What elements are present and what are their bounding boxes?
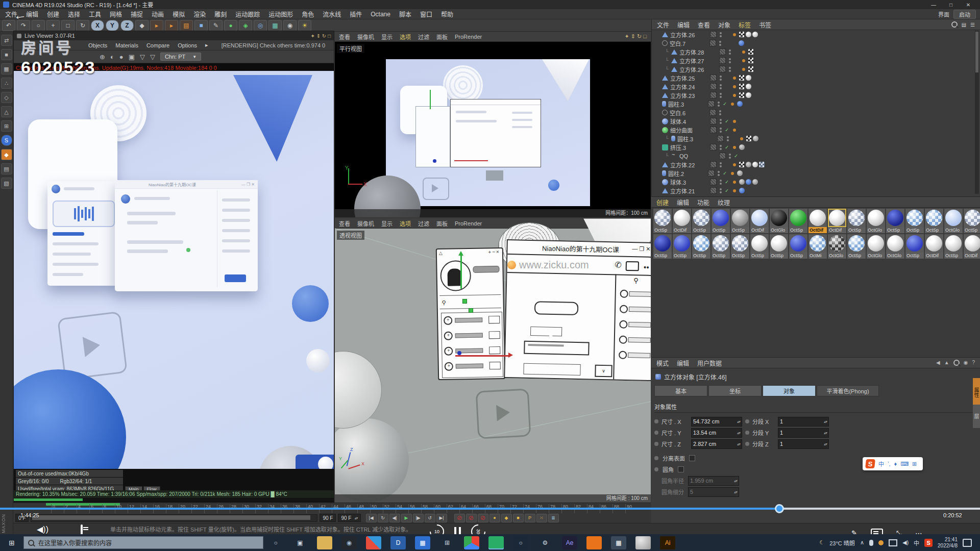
object-row[interactable]: 立方体.24 (652, 82, 980, 91)
move-tool-icon[interactable]: + (46, 20, 60, 31)
material-ball-icon[interactable] (906, 235, 923, 252)
menu-item[interactable]: 运动图形 (268, 10, 293, 18)
material-label[interactable]: OctSp (692, 227, 710, 233)
display-dot-icon[interactable] (733, 146, 736, 149)
visibility-dots-icon[interactable] (729, 58, 731, 63)
lv-menu-materials[interactable]: Materials (115, 42, 138, 48)
material-label[interactable]: OctGlo (828, 253, 846, 259)
lock-y-icon[interactable]: Y (106, 20, 119, 31)
checker-tag-icon[interactable] (746, 136, 752, 141)
material-ball-icon[interactable] (810, 235, 826, 252)
object-row[interactable]: └ 立方体.26 (652, 65, 980, 73)
material-label[interactable]: OctDif (750, 227, 769, 233)
vp-menu-options[interactable]: 选项 (400, 33, 411, 41)
layer-color-box[interactable] (717, 135, 724, 142)
object-name[interactable]: 立方体.25 (670, 74, 708, 82)
pen-spline-icon[interactable]: ✎ (209, 20, 223, 31)
object-name[interactable]: 球体.3 (670, 178, 708, 186)
layer-color-box[interactable] (710, 31, 717, 38)
material-item[interactable]: OctSp (905, 234, 924, 259)
white-tag-icon[interactable] (746, 92, 751, 98)
menu-item[interactable]: 工具 (89, 10, 101, 18)
material-item[interactable]: OctSp (731, 209, 749, 233)
vp-menu-panel[interactable]: 面板 (436, 33, 448, 41)
display-dot-icon[interactable] (742, 59, 745, 62)
object-name[interactable]: 空白.6 (670, 109, 707, 117)
material-label[interactable]: OctSp (673, 253, 691, 259)
object-row[interactable]: 立方体.21 ✓ (652, 186, 980, 195)
material-label[interactable]: OctSp (944, 253, 963, 259)
display-dot-icon[interactable] (731, 103, 734, 106)
vp-menu-display[interactable]: 显示 (381, 33, 393, 41)
attr-up-icon[interactable]: ▲ (944, 360, 949, 366)
material-ball-icon[interactable] (906, 210, 923, 226)
material-ball-icon[interactable] (868, 235, 884, 252)
object-row[interactable]: 立方体.25 (652, 73, 980, 82)
enabled-checkmark[interactable]: ✓ (723, 170, 729, 176)
display-dot-icon[interactable] (733, 94, 736, 97)
material-item[interactable]: OctMi (808, 234, 827, 259)
object-type-icon[interactable] (662, 144, 668, 151)
loop-button[interactable]: ↺ (425, 514, 435, 522)
attribute-tab[interactable]: 对象 (763, 385, 816, 396)
rotate-tool-icon[interactable]: ↻ (76, 20, 89, 31)
object-type-icon[interactable] (662, 40, 668, 46)
menu-item[interactable]: 选择 (68, 10, 80, 18)
om-filter-icon[interactable]: ▤ (962, 22, 966, 28)
material-item[interactable]: OctDif (673, 209, 691, 233)
file-explorer-icon[interactable] (317, 536, 332, 549)
field-input[interactable]: 2.827 cm▴▾ (691, 439, 742, 449)
object-row[interactable]: └ QQ ✓ (652, 152, 980, 160)
field-input[interactable]: 1▴▾ (778, 439, 829, 449)
field-key-icon[interactable] (745, 419, 749, 423)
material-label[interactable]: OctGlo (867, 227, 885, 233)
object-name[interactable]: 细分曲面 (670, 126, 708, 134)
menu-item[interactable]: 动画 (152, 10, 164, 18)
material-label[interactable]: OctGlo (944, 227, 963, 233)
material-item[interactable]: OctSp (712, 234, 730, 259)
material-ball-icon[interactable] (829, 210, 845, 226)
material-item[interactable]: OctSp (847, 209, 866, 233)
material-item[interactable]: OctGlo (867, 234, 885, 259)
layer-color-box[interactable] (708, 101, 715, 107)
object-type-icon[interactable] (662, 170, 666, 176)
white-tag-icon[interactable] (746, 75, 751, 81)
range-scrollbar[interactable] (31, 514, 317, 522)
material-item[interactable]: OctSp (964, 209, 980, 233)
settings-icon[interactable]: ⚙ (537, 536, 553, 549)
enabled-checkmark[interactable]: ✓ (725, 118, 731, 124)
layer-color-box[interactable] (709, 109, 716, 116)
material-label[interactable]: OctSp (750, 253, 769, 259)
snap-icon[interactable]: ▧ (1, 178, 12, 189)
om-menu-file[interactable]: 文件 (657, 20, 669, 29)
object-row[interactable]: 球体.3 ✓ (652, 178, 980, 186)
attr-search-icon[interactable] (953, 360, 960, 366)
material-item[interactable]: OctSp (925, 209, 943, 233)
object-name[interactable]: 圆柱.3 (677, 135, 715, 143)
layer-color-box[interactable] (719, 153, 726, 159)
material-label[interactable]: OctDif (828, 227, 846, 233)
lv-menu-options[interactable]: Options (178, 42, 197, 48)
sogou-logo-icon[interactable]: S (865, 459, 875, 468)
object-pick-icon[interactable]: ▽ (150, 53, 155, 61)
viewport-corner-icons[interactable]: ✦ ⇕ ↻ □ (625, 33, 647, 40)
menu-item[interactable]: 创建 (47, 10, 59, 18)
subtitle-icon[interactable] (81, 524, 83, 535)
material-item[interactable]: OctGlo (867, 209, 885, 233)
object-type-icon[interactable] (662, 110, 668, 115)
material-item[interactable]: OctSp (653, 234, 672, 259)
layer-color-box[interactable] (710, 144, 717, 151)
vp-menu-filter[interactable]: 过滤 (418, 219, 429, 228)
mograph-icon[interactable]: ◈ (239, 20, 252, 31)
attr-menu-edit[interactable]: 编辑 (677, 359, 689, 367)
vp-menu-view[interactable]: 查看 (339, 219, 350, 228)
display-dot-icon[interactable] (733, 129, 736, 132)
material-item[interactable]: OctSp (886, 209, 904, 233)
object-name[interactable]: QQ (679, 153, 717, 159)
stepper-icon[interactable]: ▴▾ (824, 442, 827, 446)
object-name[interactable]: 立方体.22 (670, 161, 708, 169)
object-type-icon[interactable] (662, 76, 668, 81)
material-label[interactable]: OctSp (789, 227, 807, 233)
mat-menu-edit[interactable]: 编辑 (677, 198, 689, 207)
object-row[interactable]: 立方体.26 (652, 30, 980, 39)
